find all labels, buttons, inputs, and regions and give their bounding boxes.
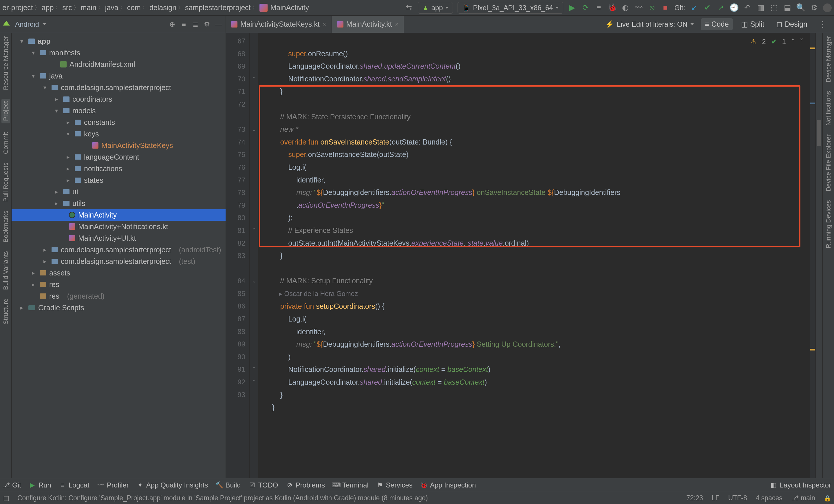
crumb[interactable]: java — [105, 3, 118, 12]
tool-problems[interactable]: ⊘Problems — [286, 481, 325, 489]
user-icon[interactable] — [823, 3, 832, 12]
tree-node[interactable]: Gradle Scripts — [38, 304, 84, 312]
crumb[interactable]: main — [81, 3, 96, 12]
tree-node[interactable]: ui — [72, 188, 78, 196]
tree-node[interactable]: languageContent — [84, 153, 139, 161]
tree-node[interactable]: coordinators — [72, 95, 112, 104]
view-mode-code[interactable]: ≡Code — [701, 18, 733, 30]
sync-icon[interactable]: ⇆ — [404, 3, 413, 12]
git-commit-icon[interactable]: ✔ — [703, 3, 712, 12]
tree-node[interactable]: MainActivity+Notifications.kt — [78, 222, 168, 231]
rail-structure[interactable]: Structure — [2, 299, 9, 324]
file-encoding[interactable]: UTF-8 — [728, 494, 747, 502]
tree-node[interactable]: com.delasign.samplestarterproject — [61, 246, 171, 254]
tool-git[interactable]: ⎇Git — [3, 481, 21, 489]
collapse-icon[interactable]: ≣ — [192, 20, 199, 28]
project-tree[interactable]: ▾app ▾manifests AndroidManifest.xml ▾jav… — [12, 33, 226, 478]
code-area[interactable]: super.onResume() LanguageCoordinator.sha… — [258, 33, 810, 478]
rail-pull-requests[interactable]: Pull Requests — [2, 162, 9, 202]
run-configuration-selector[interactable]: ▲app — [418, 2, 453, 14]
caret-position[interactable]: 72:23 — [686, 494, 703, 502]
profile-icon[interactable]: 〰 — [635, 3, 643, 12]
rail-device-file-explorer[interactable]: Device File Explorer — [825, 134, 832, 192]
tool-profiler[interactable]: 〰Profiler — [97, 481, 129, 489]
tree-node[interactable]: notifications — [84, 165, 122, 173]
rollback-icon[interactable]: ↶ — [743, 3, 752, 12]
rail-notifications[interactable]: Notifications — [825, 91, 832, 126]
run-icon[interactable]: ▶ — [568, 3, 576, 12]
rail-device-manager[interactable]: Device Manager — [825, 36, 832, 82]
tree-node[interactable]: constants — [84, 118, 115, 127]
tool-terminal[interactable]: ⌨Terminal — [333, 481, 369, 489]
git-push-icon[interactable]: ↗ — [717, 3, 725, 12]
rail-bookmarks[interactable]: Bookmarks — [2, 211, 9, 242]
close-icon[interactable]: × — [323, 21, 326, 28]
crumb[interactable]: com — [127, 3, 141, 12]
resource-icon[interactable]: ⬓ — [783, 3, 792, 12]
tool-build[interactable]: 🔨Build — [216, 481, 241, 489]
more-icon[interactable]: ⋮ — [815, 19, 830, 29]
view-mode-design[interactable]: ◻Design — [772, 18, 811, 30]
code-editor[interactable]: 6768697071727374757677787980818283848586… — [226, 33, 822, 478]
crumb[interactable]: src — [62, 3, 72, 12]
crumb[interactable]: delasign — [149, 3, 176, 12]
tool-logcat[interactable]: ≡Logcat — [59, 481, 89, 489]
inspection-widget[interactable]: ⚠2 ✔1 ˄˅ — [750, 35, 803, 48]
crumb[interactable]: samplestarterproject — [185, 3, 250, 12]
coverage-icon[interactable]: ◐ — [621, 3, 630, 12]
editor-tab[interactable]: MainActivityStateKeys.kt × — [226, 16, 332, 33]
error-stripe[interactable] — [810, 33, 815, 478]
tool-todo[interactable]: ☑TODO — [249, 481, 278, 489]
live-edit-toggle[interactable]: ⚡Live Edit of literals: ON — [605, 20, 697, 28]
scrollbar-thumb[interactable] — [817, 120, 821, 146]
search-icon[interactable]: 🔍 — [796, 3, 805, 12]
tree-node[interactable]: app — [38, 37, 50, 45]
tree-node[interactable]: keys — [84, 130, 99, 138]
settings-icon[interactable]: ⚙ — [810, 3, 818, 12]
tree-node[interactable]: MainActivity+UI.kt — [78, 234, 136, 242]
tool-services[interactable]: ⚑Services — [377, 481, 413, 489]
tool-layout-inspector[interactable]: ◧Layout Inspector — [771, 481, 831, 489]
tree-node[interactable]: AndroidManifest.xml — [69, 60, 135, 69]
tree-node[interactable]: models — [72, 107, 96, 115]
tree-node[interactable]: res — [49, 280, 59, 289]
tree-node[interactable]: res — [49, 292, 59, 300]
tree-node[interactable]: MainActivityStateKeys — [101, 141, 173, 150]
gear-icon[interactable]: ⚙ — [203, 20, 211, 28]
apply-changes-icon[interactable]: ⟳ — [581, 3, 590, 12]
attach-debugger-icon[interactable]: ⎋ — [648, 3, 657, 12]
fold-column[interactable]: ⌃ ⌄ ⌃ ⌄ ⌃⌃ — [249, 33, 258, 478]
tree-node[interactable]: MainActivity — [78, 211, 117, 219]
rail-resource-manager[interactable]: Resource Manager — [2, 36, 9, 90]
close-icon[interactable]: × — [395, 21, 398, 28]
chevron-down-icon[interactable] — [43, 23, 46, 25]
scrollbar[interactable] — [815, 33, 822, 478]
project-view-selector[interactable]: Android — [15, 20, 39, 28]
crumb[interactable]: MainActivity — [270, 3, 309, 12]
git-update-icon[interactable]: ↙ — [690, 3, 699, 12]
crumb[interactable]: app — [42, 3, 54, 12]
tool-aqi[interactable]: ✦App Quality Insights — [137, 481, 208, 489]
stop-icon[interactable]: ■ — [661, 3, 670, 12]
tree-node[interactable]: com.delasign.samplestarterproject — [61, 83, 171, 92]
rail-build-variants[interactable]: Build Variants — [2, 251, 9, 290]
indent-config[interactable]: 4 spaces — [756, 494, 783, 502]
tree-node[interactable]: assets — [49, 269, 70, 277]
rail-project[interactable]: Project — [1, 99, 10, 123]
tree-node[interactable]: java — [49, 72, 63, 80]
crumb[interactable]: er-project — [2, 3, 33, 12]
device-selector[interactable]: 📱Pixel_3a_API_33_x86_64 — [458, 2, 563, 14]
line-separator[interactable]: LF — [712, 494, 720, 502]
history-icon[interactable]: 🕘 — [730, 3, 739, 12]
git-branch[interactable]: ⎇ main — [791, 494, 815, 502]
hide-icon[interactable]: — — [215, 20, 223, 28]
rail-commit[interactable]: Commit — [2, 132, 9, 154]
editor-tab[interactable]: MainActivity.kt × — [332, 16, 404, 33]
tree-node[interactable]: com.delasign.samplestarterproject — [61, 257, 171, 266]
rail-running-devices[interactable]: Running Devices — [825, 200, 832, 248]
tool-window-icon[interactable]: ◫ — [3, 495, 9, 501]
view-mode-split[interactable]: ◫Split — [737, 18, 769, 30]
apply-code-icon[interactable]: ≡ — [594, 3, 603, 12]
avd-icon[interactable]: ▥ — [756, 3, 765, 12]
tree-node[interactable]: states — [84, 176, 103, 184]
